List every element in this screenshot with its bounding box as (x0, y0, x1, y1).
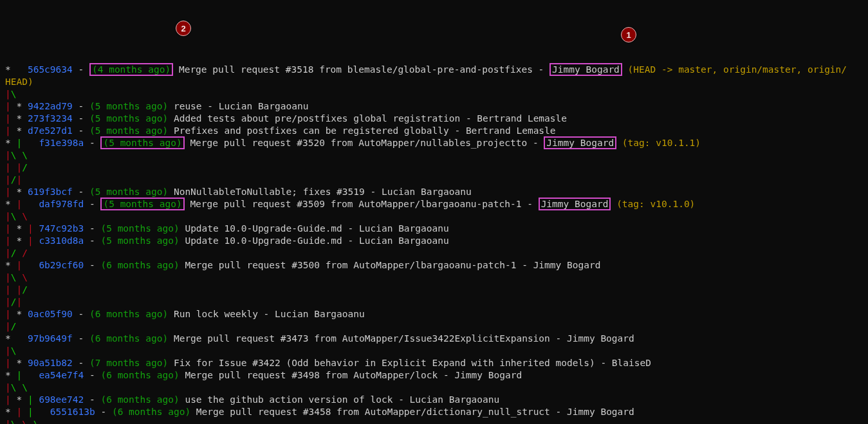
commit-refs: (tag: v10.1.1) (616, 138, 701, 148)
commit-message: use the github action version of lock - … (180, 394, 500, 405)
separator: - (84, 235, 100, 246)
commit-message: Added tests about pre/postfixes global r… (168, 113, 567, 124)
commit-age: (6 months ago) (100, 370, 179, 380)
graph-segment: | * | (5, 235, 39, 246)
log-line: * | ea54e7f4 - (6 months ago) Merge pull… (5, 369, 863, 382)
separator: - (84, 394, 100, 405)
graph-segment: |\ \ (5, 211, 28, 221)
commit-message: Merge pull request #3498 from AutoMapper… (180, 370, 522, 380)
graph-segment: | |/ (5, 284, 28, 295)
log-line: * 565c9634 - (4 months ago) Merge pull r… (5, 64, 863, 76)
commit-age: (5 months ago) (100, 235, 179, 246)
commit-message: reuse - Lucian Bargaoanu (168, 101, 308, 111)
graph-segment: | * (5, 101, 28, 111)
commit-message: Merge pull request #3520 from AutoMapper… (185, 138, 544, 148)
graph-segment: |/ (5, 321, 16, 331)
commit-hash: 97b9649f (28, 333, 73, 344)
log-line: |\ (5, 345, 863, 357)
graph-segment: | * (5, 309, 28, 319)
graph-segment: * | (5, 138, 39, 148)
graph-segment: |\ \ \ (5, 419, 39, 424)
commit-hash: ea54e7f4 (39, 370, 84, 380)
log-line: | * | 698ee742 - (6 months ago) use the … (5, 394, 863, 406)
log-line: | * 0ac05f90 - (6 months ago) Run lock w… (5, 308, 863, 320)
separator: - (95, 407, 112, 417)
separator: - (73, 125, 89, 136)
commit-age: (6 months ago) (100, 394, 179, 405)
separator: - (84, 370, 100, 380)
commit-age: (6 months ago) (112, 407, 190, 417)
log-line: |\ \ \ (5, 418, 863, 424)
commit-message: Prefixes and postfixes can be registered… (168, 125, 555, 136)
log-line: |\ \ (5, 272, 863, 284)
commit-refs: (tag: v10.1.0) (611, 199, 695, 209)
log-line: * | f31e398a - (5 months ago) Merge pull… (5, 137, 863, 149)
separator: - (73, 101, 89, 111)
log-line: | * 619f3bcf - (5 months ago) NonNullabl… (5, 186, 863, 198)
graph-segment: | * (5, 125, 28, 136)
commit-age: (7 months ago) (89, 358, 168, 368)
commit-hash: 9422ad79 (28, 101, 73, 111)
graph-segment: |/| (5, 174, 22, 185)
graph-segment: * (5, 64, 28, 75)
graph-segment: | * (5, 113, 28, 124)
graph-segment: * | (5, 370, 39, 380)
graph-segment: * | (5, 199, 39, 209)
commit-age: (5 months ago) (89, 187, 168, 197)
separator: - (73, 113, 89, 124)
log-line: |/ / (5, 247, 863, 259)
commit-refs: (HEAD -> master, origin/master, origin/ (622, 64, 847, 75)
graph-segment: |\ (5, 346, 16, 356)
separator: - (73, 333, 89, 344)
commit-message: Merge pull request #3518 from blemasle/g… (173, 64, 549, 75)
graph-segment: | * (5, 187, 28, 197)
log-line: * 97b9649f - (6 months ago) Merge pull r… (5, 333, 863, 345)
commit-hash: daf978fd (39, 199, 84, 209)
graph-segment: * | | (5, 407, 50, 417)
commit-age: (5 months ago) (100, 136, 184, 149)
commit-hash: 747c92b3 (39, 223, 84, 234)
commit-hash: 6b29cf60 (39, 260, 84, 270)
log-line: | * 90a51b82 - (7 months ago) Fix for Is… (5, 357, 863, 369)
log-line: |/| (5, 296, 863, 308)
annotation-badge: 2 (176, 21, 191, 36)
commit-hash: c3310d8a (39, 235, 84, 246)
commit-message: Update 10.0-Upgrade-Guide.md - Lucian Ba… (180, 223, 449, 234)
commit-age: (4 months ago) (89, 63, 173, 76)
log-line: |/ (5, 320, 863, 333)
log-line: | * d7e527d1 - (5 months ago) Prefixes a… (5, 125, 863, 137)
commit-message: Merge pull request #3473 from AutoMapper… (168, 333, 634, 344)
graph-segment: |/| (5, 297, 22, 307)
log-line: | * 9422ad79 - (5 months ago) reuse - Lu… (5, 100, 863, 113)
log-line: |\ (5, 88, 863, 100)
commit-hash: 90a51b82 (28, 358, 73, 368)
commit-message: Update 10.0-Upgrade-Guide.md - Lucian Ba… (180, 235, 449, 246)
graph-segment: |/ / (5, 248, 28, 258)
commit-message: Merge pull request #3500 from AutoMapper… (180, 260, 601, 270)
commit-age: (6 months ago) (89, 333, 168, 344)
annotation-badge: 1 (621, 27, 636, 42)
log-line: | |/ (5, 161, 863, 174)
separator: - (73, 309, 89, 319)
commit-age: (5 months ago) (89, 101, 168, 111)
terminal-output: * 565c9634 - (4 months ago) Merge pull r… (0, 61, 868, 424)
separator: - (73, 64, 89, 75)
log-line: | * 273f3234 - (5 months ago) Added test… (5, 113, 863, 125)
commit-message: NonNullableToNullable; fixes #3519 - Luc… (168, 187, 471, 197)
commit-message: Run lock weekly - Lucian Bargaoanu (168, 309, 365, 319)
log-line: |\ \ (5, 210, 863, 223)
graph-segment: * (5, 333, 28, 344)
separator: - (84, 260, 100, 270)
commit-author: Jimmy Bogard (549, 63, 622, 76)
log-line: |/| (5, 174, 863, 186)
graph-segment: | * | (5, 223, 39, 234)
separator: - (73, 358, 89, 368)
commit-hash: 565c9634 (28, 64, 73, 75)
log-line: * | | 6551613b - (6 months ago) Merge pu… (5, 406, 863, 418)
commit-author: Jimmy Bogard (539, 198, 611, 210)
separator: - (73, 187, 89, 197)
log-line: |\ \ (5, 149, 863, 161)
graph-segment: * | (5, 260, 39, 270)
commit-age: (5 months ago) (100, 223, 179, 234)
separator: - (84, 138, 100, 148)
